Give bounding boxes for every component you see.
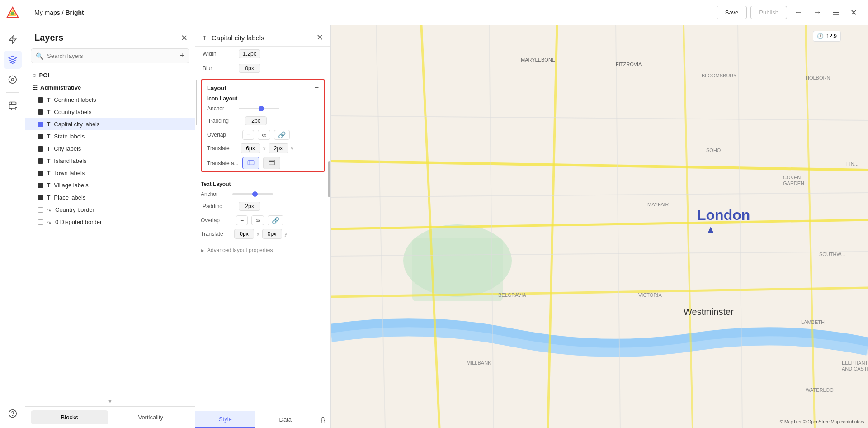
text-overlap-row: Overlap − ∞ 🔗 [195, 214, 330, 227]
icon-translate-anchor-map-btn[interactable] [242, 157, 259, 169]
back-button[interactable]: ← [791, 5, 806, 20]
layer-item-disputed-border[interactable]: ∿ 0 Disputed border [25, 216, 195, 228]
icon-anchor-thumb[interactable] [259, 106, 264, 111]
layout-heading: Layout [207, 85, 226, 91]
icon-anchor-track[interactable] [239, 108, 279, 109]
layers-panel: Layers ✕ 🔍 + ○ POI ☷ Administrative T Co… [25, 25, 195, 428]
props-panel: T Capital city labels ✕ Width 1.2px Blur… [195, 25, 331, 428]
svg-text:VICTORIA: VICTORIA [638, 292, 662, 298]
layer-type-icon: T [47, 97, 50, 103]
advanced-layout-row[interactable]: ▶ Advanced layout properties [195, 244, 330, 256]
text-layout-section: Text Layout Anchor Padding 2px Overlap −… [195, 176, 330, 244]
svg-text:COVENTGARDEN: COVENTGARDEN [783, 175, 804, 186]
poi-icon: ○ [33, 71, 36, 79]
advanced-layout-label: Advanced layout properties [207, 247, 273, 253]
layer-label: Continent labels [54, 96, 96, 103]
icon-overlap-minus-btn[interactable]: − [242, 130, 254, 140]
data-tab[interactable]: Data [255, 412, 316, 428]
zoom-indicator: 🕐 12.9 [813, 31, 841, 42]
svg-text:FITZROVIA: FITZROVIA [616, 62, 642, 67]
puzzle-icon-btn[interactable] [4, 96, 22, 114]
icon-translate-row: Translate x y [202, 142, 324, 155]
layer-label: Place labels [54, 194, 85, 201]
prop-width-value: 1.2px [239, 49, 260, 58]
text-padding-value: 2px [239, 202, 260, 211]
layer-item-continent-labels[interactable]: T Continent labels [25, 94, 195, 106]
layer-item-town-labels[interactable]: T Town labels [25, 167, 195, 179]
layer-item-country-labels[interactable]: T Country labels [25, 106, 195, 118]
layer-item-country-border[interactable]: ∿ Country border [25, 204, 195, 216]
text-overlap-minus-btn[interactable]: − [236, 215, 248, 225]
style-tab[interactable]: Style [195, 411, 255, 428]
props-tabs: Style Data {} [195, 411, 330, 428]
layer-label: 0 Disputed border [55, 219, 102, 225]
layers-list: ○ POI ☷ Administrative T Continent label… [25, 69, 195, 396]
publish-button[interactable]: Publish [750, 6, 787, 19]
text-overlap-link-btn[interactable]: 🔗 [268, 215, 283, 225]
code-tab[interactable]: {} [316, 412, 330, 428]
text-translate-y-input[interactable] [262, 229, 282, 239]
icon-padding-row: Padding 2px [202, 114, 324, 128]
svg-text:FIN...: FIN... [846, 161, 859, 166]
text-translate-y-axis: y [285, 231, 288, 237]
layer-item-city-labels[interactable]: T City labels [25, 143, 195, 155]
icon-overlap-infinity-btn[interactable]: ∞ [258, 130, 270, 140]
layout-collapse-button[interactable]: − [315, 84, 319, 92]
poi-group-header[interactable]: ○ POI [25, 69, 195, 81]
layers-bottom-tabs: Blocks Verticality [25, 406, 195, 428]
icon-translate-y-input[interactable] [269, 143, 288, 153]
text-overlap-infinity-btn[interactable]: ∞ [251, 215, 264, 225]
icon-translate-anchor-label: Translate a... [207, 160, 239, 166]
props-type-icon: T [203, 34, 206, 41]
verticality-tab[interactable]: Verticality [112, 410, 190, 424]
text-overlap-label: Overlap [201, 217, 232, 224]
admin-group-header[interactable]: ☷ Administrative [25, 81, 195, 94]
layer-type-icon: ∿ [47, 219, 52, 225]
map-area[interactable]: MARYLEBONE FITZROVIA BLOOMSBURY HOLBORN … [331, 25, 868, 428]
layer-dot [38, 219, 43, 225]
props-scrollbar[interactable] [328, 116, 330, 338]
layer-dot [38, 158, 43, 164]
layer-item-capital-city-labels[interactable]: T Capital city labels [25, 118, 195, 130]
icon-overlap-link-btn[interactable]: 🔗 [274, 130, 290, 140]
close-button[interactable]: ✕ [847, 5, 861, 20]
icon-padding-label: Padding [209, 118, 245, 124]
layer-item-state-labels[interactable]: T State labels [25, 130, 195, 143]
layer-label: Town labels [54, 170, 85, 176]
layer-dot [38, 171, 43, 176]
icon-translate-anchor-viewport-btn[interactable] [263, 157, 280, 169]
text-translate-x-input[interactable] [234, 229, 254, 239]
layer-label: Country labels [54, 109, 91, 115]
icon-sidebar [0, 25, 25, 428]
forward-button[interactable]: → [810, 5, 825, 20]
icon-padding-value: 2px [245, 116, 267, 125]
layer-label: City labels [54, 145, 81, 152]
layer-item-place-labels[interactable]: T Place labels [25, 191, 195, 204]
layer-item-island-labels[interactable]: T Island labels [25, 155, 195, 167]
svg-text:BELGRAVIA: BELGRAVIA [498, 292, 526, 298]
menu-button[interactable]: ☰ [829, 5, 843, 20]
layers-close-button[interactable]: ✕ [181, 33, 188, 43]
layer-type-icon: T [47, 182, 50, 189]
svg-text:HOLBORN: HOLBORN [806, 75, 830, 81]
blocks-tab[interactable]: Blocks [31, 410, 108, 424]
layers-icon-btn[interactable] [4, 51, 22, 69]
text-anchor-thumb[interactable] [252, 191, 258, 197]
lightning-icon-btn[interactable] [4, 31, 22, 49]
style-icon-btn[interactable] [4, 71, 22, 89]
svg-point-2 [11, 12, 14, 15]
app-logo[interactable] [0, 0, 25, 25]
add-layer-button[interactable]: + [179, 51, 184, 61]
svg-rect-10 [412, 238, 503, 301]
props-close-button[interactable]: ✕ [316, 33, 323, 43]
save-button[interactable]: Save [717, 6, 747, 19]
search-input[interactable] [47, 49, 176, 63]
text-padding-label: Padding [203, 203, 239, 209]
icon-translate-x-input[interactable] [241, 143, 260, 153]
layer-item-village-labels[interactable]: T Village labels [25, 179, 195, 191]
help-icon-btn[interactable] [4, 404, 22, 423]
text-anchor-track[interactable] [232, 193, 273, 195]
scroll-down-arrow[interactable]: ▼ [25, 396, 195, 406]
icon-translate-label: Translate [207, 145, 239, 152]
layer-label: Country border [55, 206, 94, 213]
